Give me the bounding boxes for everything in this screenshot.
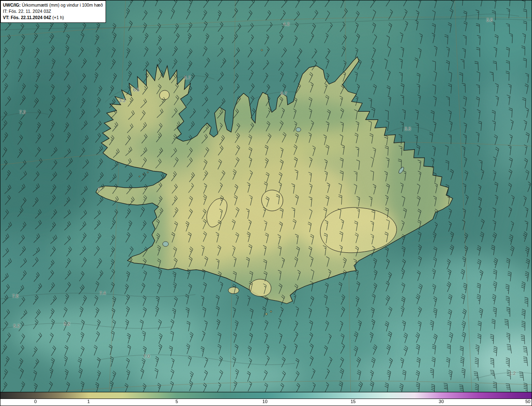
init-time-line: IT: Fös. 22. 11. 2024 03Z: [3, 8, 103, 15]
map-title: Úrkomumætti (mm) og vindur i 100m hæð: [22, 2, 103, 7]
colorbar-tick-label: 30: [439, 399, 444, 404]
colorbar-gradient: [0, 392, 532, 399]
init-time: Fös. 22. 11. 2024 03Z: [9, 9, 51, 14]
colorbar-tick-label: 5: [175, 399, 178, 404]
colorbar: 01510153050: [0, 392, 532, 406]
valid-time-line: VT: Fös. 22.11.2024 04Z (+1 h): [3, 15, 103, 21]
colorbar-tick-label: 10: [262, 399, 267, 404]
weather-map-canvas: [0, 0, 532, 392]
grain-overlay: [0, 0, 532, 392]
colorbar-ticks: 01510153050: [0, 399, 532, 406]
init-label: IT:: [3, 9, 7, 14]
colorbar-tick-label: 1: [87, 399, 90, 404]
map-area: [0, 0, 532, 392]
title-box: UWC/IG: Úrkomumætti (mm) og vindur i 100…: [0, 0, 106, 23]
valid-offset: (+1 h): [52, 15, 64, 20]
colorbar-tick-label: 15: [350, 399, 355, 404]
colorbar-tick-label: 50: [525, 399, 530, 404]
valid-time: VT: Fös. 22.11.2024 04Z: [3, 15, 51, 20]
map-title-line: UWC/IG: Úrkomumætti (mm) og vindur i 100…: [3, 2, 103, 8]
colorbar-tick-label: 0: [34, 399, 37, 404]
model-name: UWC/IG:: [3, 2, 21, 7]
weather-map-frame: 4.33.86.76.53.37.36.73.327.87.45.25.27.0…: [0, 0, 532, 406]
